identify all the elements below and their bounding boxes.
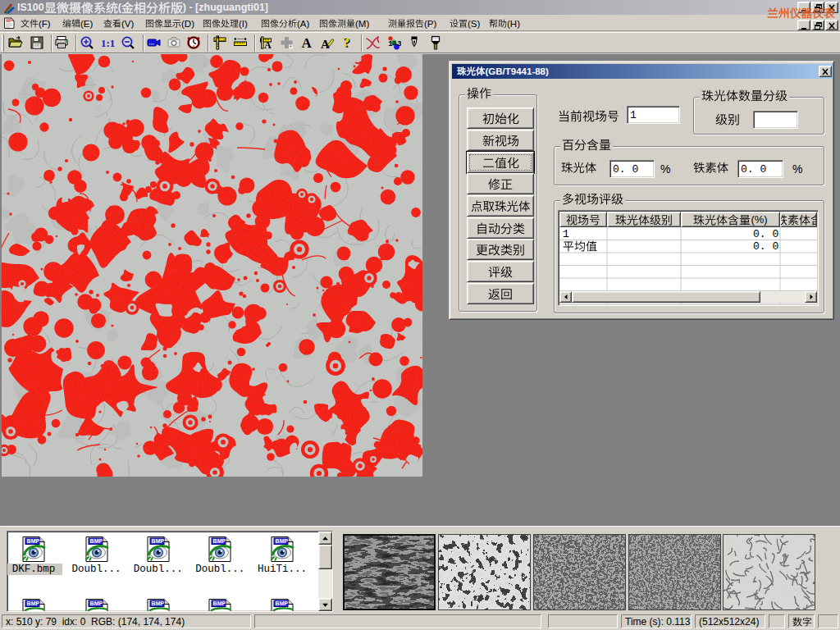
svg-text:1:1: 1:1 bbox=[101, 37, 115, 49]
svg-text:BMP: BMP bbox=[213, 600, 226, 606]
svg-text:BMP: BMP bbox=[275, 538, 288, 544]
svg-text:BMP: BMP bbox=[151, 538, 164, 544]
svg-text:BMP: BMP bbox=[89, 600, 103, 606]
svg-text:BMP: BMP bbox=[151, 600, 164, 606]
svg-text:BMP: BMP bbox=[27, 538, 40, 544]
svg-text:BMP: BMP bbox=[275, 600, 288, 606]
svg-text:3: 3 bbox=[397, 40, 401, 48]
svg-text:BMP: BMP bbox=[89, 538, 103, 544]
svg-text:a: a bbox=[392, 39, 397, 48]
svg-text:BMP: BMP bbox=[27, 600, 40, 606]
svg-text:BMP: BMP bbox=[213, 538, 226, 544]
svg-text:?: ? bbox=[343, 35, 350, 50]
svg-text:DOC: DOC bbox=[6, 19, 12, 22]
svg-text:A: A bbox=[264, 39, 272, 51]
svg-text:A: A bbox=[302, 35, 313, 50]
